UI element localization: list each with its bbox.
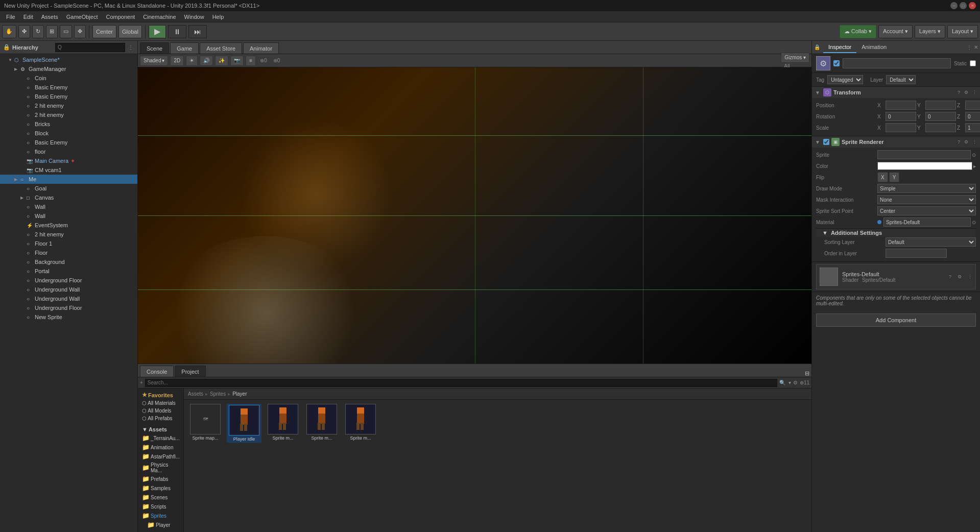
layer-select[interactable]: Default: [886, 75, 916, 84]
folder-animation[interactable]: 📁 Animation: [140, 443, 181, 452]
menu-edit[interactable]: Edit: [19, 13, 37, 21]
sprite-sort-point-select[interactable]: Center Pivot: [877, 206, 976, 215]
tab-game[interactable]: Game: [170, 42, 199, 54]
flip-y-button[interactable]: Y: [889, 172, 900, 182]
hier-floor-root[interactable]: ○floor: [0, 147, 137, 156]
material-pick-icon[interactable]: ⊙: [972, 220, 976, 225]
hier-underground-floor-2[interactable]: ○Underground Floor: [0, 303, 137, 312]
asset-sprite-map[interactable]: 🗺 Sprite map...: [188, 404, 223, 443]
folder-scenes[interactable]: 📁 Scenes: [140, 493, 181, 502]
shading-mode-select[interactable]: Shaded ▾: [140, 56, 168, 66]
scene-root[interactable]: ▼ ⬡ SampleScene*: [0, 55, 137, 64]
pos-z-input[interactable]: [965, 101, 980, 110]
folder-prefabs[interactable]: 📁 Prefabs: [140, 474, 181, 483]
order-in-layer-input[interactable]: [886, 249, 947, 258]
pos-y-input[interactable]: [925, 101, 956, 110]
effects-toggle[interactable]: ✨: [215, 56, 228, 66]
hier-2hit-enemy-1[interactable]: ○2 hit enemy: [0, 101, 137, 110]
filter-icon[interactable]: ▾: [788, 380, 791, 385]
hier-me[interactable]: ▶○Me: [0, 175, 137, 184]
tab-animator[interactable]: Animator: [243, 42, 279, 54]
hier-wall-2[interactable]: ○Wall: [0, 211, 137, 221]
hier-floor[interactable]: ○Floor: [0, 248, 137, 257]
material-help-icon[interactable]: ?: [949, 274, 951, 279]
all-materials-item[interactable]: ⬡ All Materials: [140, 399, 181, 407]
collab-button[interactable]: ☁ Collab ▾: [840, 25, 876, 38]
folder-player[interactable]: 📁 Player: [140, 520, 181, 529]
add-icon[interactable]: +: [140, 380, 143, 385]
hier-wall-1[interactable]: ○Wall: [0, 202, 137, 211]
tool-move[interactable]: ✤: [18, 25, 30, 38]
menu-component[interactable]: Component: [102, 13, 139, 21]
hier-background[interactable]: ○Background: [0, 257, 137, 267]
sprite-renderer-active[interactable]: [823, 139, 829, 145]
bottom-panel-icon[interactable]: ⊟: [805, 370, 809, 377]
pos-x-input[interactable]: [886, 101, 916, 110]
menu-cinemachine[interactable]: Cinemachine: [139, 13, 180, 21]
transform-settings-icon[interactable]: ⚙: [964, 90, 968, 95]
hierarchy-search[interactable]: [55, 43, 125, 52]
breadcrumb-sprites[interactable]: Sprites: [210, 391, 226, 397]
rot-x-input[interactable]: 0: [886, 112, 916, 121]
space-global[interactable]: Global: [118, 25, 142, 38]
hier-underground-wall-2[interactable]: ○Underground Wall: [0, 294, 137, 303]
menu-file[interactable]: File: [2, 13, 19, 21]
folder-samples[interactable]: 📁 Samples: [140, 483, 181, 493]
sr-help-icon[interactable]: ?: [958, 139, 960, 144]
object-icon-box[interactable]: ⚙: [816, 56, 830, 70]
hierarchy-menu-icon[interactable]: ⋮: [127, 43, 134, 51]
hier-goal[interactable]: ○Goal: [0, 184, 137, 193]
hier-coin[interactable]: ○Coin: [0, 74, 137, 83]
2d-mode-button[interactable]: 2D: [170, 56, 184, 66]
hier-new-sprite[interactable]: ○New Sprite: [0, 312, 137, 322]
menu-assets[interactable]: Assets: [37, 13, 62, 21]
material-more-icon[interactable]: ⋮: [968, 274, 972, 279]
gizmos-button[interactable]: Gizmos ▾: [781, 53, 809, 63]
scale-y-input[interactable]: [925, 123, 956, 132]
scene-camera-btn[interactable]: 📷: [230, 56, 244, 66]
audio-toggle[interactable]: 🔊: [200, 56, 213, 66]
hier-cm-vcam1[interactable]: 📷CM vcam1: [0, 165, 137, 175]
menu-gameobject[interactable]: GameObject: [62, 13, 102, 21]
tool-scale[interactable]: ⊞: [46, 25, 58, 38]
transform-help-icon[interactable]: ?: [958, 90, 960, 95]
layout-button[interactable]: Layout ▾: [947, 25, 978, 38]
rot-z-input[interactable]: 0: [965, 112, 980, 121]
flip-x-button[interactable]: X: [877, 172, 888, 182]
tag-select[interactable]: Untagged: [827, 75, 863, 84]
hier-portal[interactable]: ○Portal: [0, 267, 137, 276]
asset-sprite-m2[interactable]: Sprite m...: [304, 404, 339, 443]
maximize-button[interactable]: □: [960, 2, 967, 9]
all-prefabs-item[interactable]: ⬡ All Prefabs: [140, 415, 181, 422]
tab-project[interactable]: Project: [175, 366, 205, 377]
sr-settings-icon[interactable]: ⚙: [964, 139, 968, 144]
tab-animation[interactable]: Animation: [856, 42, 892, 53]
tool-rect[interactable]: ▭: [60, 25, 72, 38]
tool-rotate[interactable]: ↻: [32, 25, 44, 38]
tool-hand[interactable]: ✋: [2, 25, 16, 38]
settings-icon[interactable]: ⚙: [793, 380, 798, 385]
inspector-close-icon[interactable]: ✕: [974, 44, 978, 50]
tool-transform[interactable]: ✥: [74, 25, 86, 38]
lighting-toggle[interactable]: ☀: [186, 56, 198, 66]
sorting-layer-select[interactable]: Default: [886, 237, 976, 247]
pivot-center[interactable]: Center: [92, 25, 116, 38]
all-models-item[interactable]: ⬡ All Models: [140, 407, 181, 415]
scale-x-input[interactable]: [886, 123, 916, 132]
hier-2hit-enemy-2[interactable]: ○2 hit enemy: [0, 110, 137, 119]
play-button[interactable]: ▶: [149, 25, 166, 38]
folder-terrainau[interactable]: 📁 _TerrainAu...: [140, 433, 181, 443]
sprite-input[interactable]: [877, 150, 971, 159]
hier-bricks[interactable]: ○Bricks: [0, 119, 137, 129]
color-pick-icon[interactable]: ▸: [973, 163, 976, 169]
scene-view[interactable]: [138, 67, 811, 364]
minimize-button[interactable]: ─: [950, 2, 958, 9]
sr-more-icon[interactable]: ⋮: [972, 139, 977, 144]
asset-sprite-m3[interactable]: Sprite m...: [343, 404, 378, 443]
inspector-menu-icon[interactable]: ⋮: [967, 44, 972, 50]
add-component-button[interactable]: Add Component: [816, 313, 976, 327]
folder-sprites[interactable]: 📁 Sprites: [140, 511, 181, 520]
transform-more-icon[interactable]: ⋮: [972, 90, 977, 95]
color-swatch[interactable]: [877, 162, 972, 170]
step-button[interactable]: ⏭: [188, 25, 207, 38]
